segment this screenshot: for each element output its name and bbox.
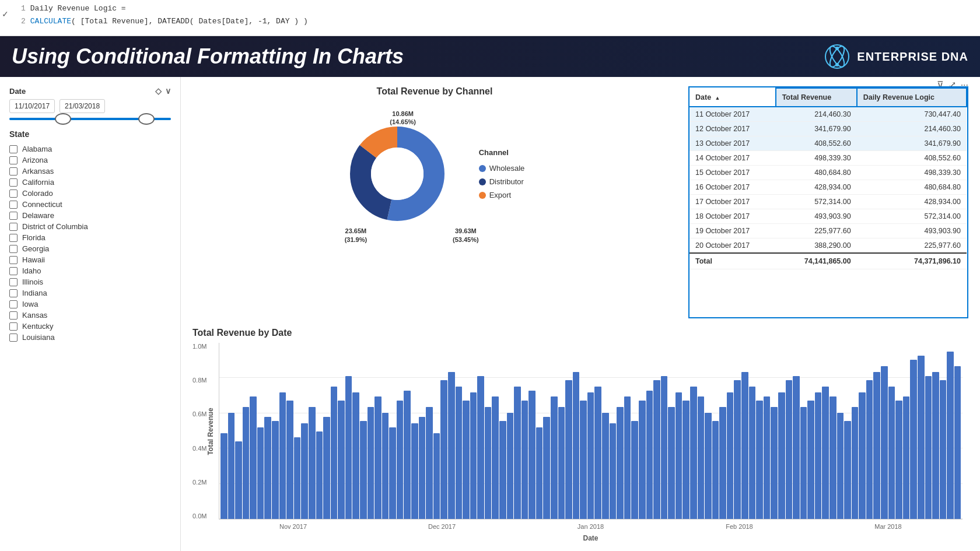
- table-row[interactable]: 12 October 2017 341,679.90 214,460.30: [690, 122, 967, 136]
- state-checkbox[interactable]: [9, 300, 18, 308]
- bar[interactable]: [815, 392, 822, 519]
- state-checkbox[interactable]: [9, 145, 18, 153]
- bar[interactable]: [352, 392, 359, 519]
- state-item[interactable]: Indiana: [9, 287, 171, 299]
- bar[interactable]: [507, 413, 514, 519]
- bar[interactable]: [440, 380, 447, 519]
- bar[interactable]: [653, 380, 660, 519]
- state-item[interactable]: Arkansas: [9, 166, 171, 177]
- bar[interactable]: [881, 366, 888, 519]
- bar[interactable]: [551, 396, 558, 519]
- state-checkbox[interactable]: [9, 212, 18, 220]
- bar[interactable]: [419, 417, 426, 519]
- bar[interactable]: [389, 427, 396, 519]
- state-checkbox[interactable]: [9, 156, 18, 164]
- bar[interactable]: [690, 387, 697, 519]
- bar[interactable]: [918, 356, 925, 519]
- table-row[interactable]: 17 October 2017 572,314.00 428,934.00: [690, 195, 967, 209]
- bar[interactable]: [558, 407, 565, 519]
- table-row[interactable]: 16 October 2017 428,934.00 480,684.80: [690, 180, 967, 195]
- table-row[interactable]: 11 October 2017 214,460.30 730,447.40: [690, 107, 967, 122]
- bar[interactable]: [286, 401, 293, 519]
- bar[interactable]: [433, 433, 440, 519]
- bar[interactable]: [771, 407, 778, 519]
- bar[interactable]: [778, 392, 785, 519]
- state-checkbox[interactable]: [9, 256, 18, 264]
- state-checkbox[interactable]: [9, 245, 18, 253]
- bar[interactable]: [668, 407, 675, 519]
- state-checkbox[interactable]: [9, 189, 18, 198]
- bar[interactable]: [456, 387, 463, 519]
- bar[interactable]: [426, 407, 433, 519]
- bar[interactable]: [338, 401, 345, 519]
- state-checkbox[interactable]: [9, 322, 18, 331]
- bar[interactable]: [859, 392, 866, 519]
- bar[interactable]: [448, 372, 455, 519]
- bar[interactable]: [374, 396, 382, 519]
- bar[interactable]: [220, 433, 228, 519]
- state-checkbox[interactable]: [9, 178, 18, 187]
- state-checkbox[interactable]: [9, 278, 18, 286]
- bar[interactable]: [705, 413, 712, 519]
- bar[interactable]: [676, 392, 682, 519]
- bar[interactable]: [404, 391, 411, 519]
- bar[interactable]: [682, 401, 690, 519]
- bar[interactable]: [323, 417, 330, 519]
- bar[interactable]: [594, 387, 601, 519]
- state-item[interactable]: California: [9, 177, 171, 188]
- bar[interactable]: [756, 401, 763, 519]
- bar[interactable]: [712, 421, 719, 519]
- bar[interactable]: [522, 401, 528, 519]
- bar[interactable]: [837, 413, 844, 519]
- state-item[interactable]: Delaware: [9, 210, 171, 221]
- state-item[interactable]: Idaho: [9, 265, 171, 276]
- state-item[interactable]: Kentucky: [9, 321, 171, 332]
- bar[interactable]: [639, 401, 646, 519]
- bar[interactable]: [514, 387, 521, 519]
- chevron-down-icon[interactable]: ∨: [165, 86, 171, 96]
- bar[interactable]: [661, 376, 668, 519]
- date-slider[interactable]: [9, 118, 171, 120]
- bar[interactable]: [301, 423, 308, 519]
- bar[interactable]: [852, 407, 859, 519]
- bar[interactable]: [485, 407, 492, 519]
- bar[interactable]: [580, 401, 587, 519]
- table-row[interactable]: 14 October 2017 498,339.30 408,552.60: [690, 151, 967, 166]
- bar[interactable]: [741, 372, 748, 519]
- state-checkbox[interactable]: [9, 167, 18, 176]
- bar[interactable]: [844, 421, 851, 519]
- bar[interactable]: [279, 392, 286, 519]
- state-item[interactable]: Florida: [9, 232, 171, 243]
- table-row[interactable]: 13 October 2017 408,552.60 341,679.90: [690, 136, 967, 151]
- table-row[interactable]: 20 October 2017 388,290.00 225,977.60: [690, 238, 967, 254]
- bar[interactable]: [411, 423, 418, 519]
- bar[interactable]: [272, 421, 279, 519]
- bar[interactable]: [294, 437, 301, 519]
- table-row[interactable]: 15 October 2017 480,684.80 498,339.30: [690, 166, 967, 180]
- col-daily[interactable]: Daily Revenue Logic: [857, 88, 967, 107]
- bar[interactable]: [903, 396, 910, 519]
- bar[interactable]: [543, 417, 550, 519]
- state-item[interactable]: Alabama: [9, 143, 171, 155]
- bar[interactable]: [382, 413, 389, 519]
- bar[interactable]: [910, 360, 917, 519]
- bar[interactable]: [895, 401, 902, 519]
- bar[interactable]: [587, 392, 594, 519]
- bar[interactable]: [264, 417, 271, 519]
- filter-icons[interactable]: ◇ ∨: [155, 86, 171, 96]
- date-sort-icon[interactable]: ▲: [715, 95, 720, 101]
- bar[interactable]: [536, 427, 543, 519]
- state-checkbox[interactable]: [9, 289, 18, 297]
- state-checkbox[interactable]: [9, 201, 18, 209]
- slider-thumb-right[interactable]: [138, 113, 155, 125]
- state-item[interactable]: Connecticut: [9, 199, 171, 210]
- bar[interactable]: [764, 396, 771, 519]
- state-item[interactable]: Kansas: [9, 310, 171, 321]
- bar[interactable]: [807, 401, 814, 519]
- bar[interactable]: [360, 421, 367, 519]
- state-checkbox[interactable]: [9, 311, 18, 320]
- state-checkbox[interactable]: [9, 334, 18, 342]
- bar[interactable]: [925, 376, 932, 519]
- bar[interactable]: [235, 441, 242, 519]
- state-item[interactable]: Iowa: [9, 299, 171, 310]
